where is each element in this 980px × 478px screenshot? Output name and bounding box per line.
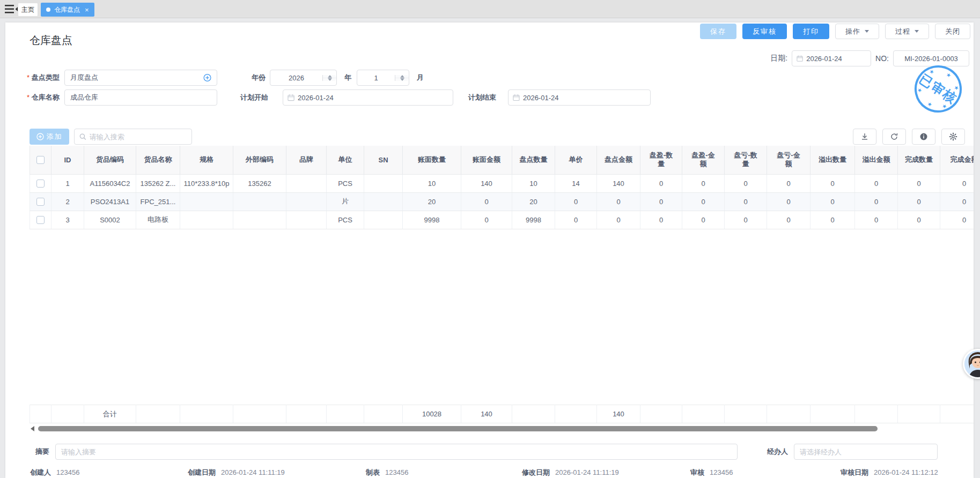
header-checkbox-cell xyxy=(30,146,51,174)
cell: 3 xyxy=(51,211,84,229)
totals-cell: 合计 xyxy=(84,405,136,423)
cell: 0 xyxy=(810,174,855,192)
scrollbar-thumb[interactable] xyxy=(38,426,878,431)
agent-input[interactable] xyxy=(800,448,932,456)
select-all-checkbox[interactable] xyxy=(36,156,45,164)
column-header-5: 品牌 xyxy=(286,146,327,174)
cell: 0 xyxy=(940,174,974,192)
totals-cell xyxy=(855,405,898,423)
operate-dropdown-button[interactable]: 操作 xyxy=(835,24,879,39)
cell: 0 xyxy=(640,192,682,211)
settings-button[interactable] xyxy=(941,129,965,145)
refresh-button[interactable] xyxy=(882,129,906,145)
date-label: 日期: xyxy=(770,54,787,63)
doc-date-field[interactable] xyxy=(792,50,871,66)
tab-warehouse-check[interactable]: 仓库盘点 × xyxy=(41,3,94,17)
unapprove-button[interactable]: 反审核 xyxy=(742,24,787,39)
cell: 2 xyxy=(51,192,84,211)
doc-no-input[interactable] xyxy=(897,55,966,63)
search-icon xyxy=(79,133,86,140)
totals-cell xyxy=(767,405,810,423)
save-button[interactable]: 保存 xyxy=(700,24,736,39)
plan-end-input[interactable] xyxy=(523,94,646,102)
table-row[interactable]: 3S0002电路板PCS9998099980000000000 xyxy=(30,211,974,229)
summary-field[interactable] xyxy=(55,444,738,460)
print-button[interactable]: 打印 xyxy=(793,24,829,39)
cell: 9998 xyxy=(403,211,461,229)
grid-table: ID货品编码货品名称规格外部编码品牌单位SN账面数量账面金额盘点数量单价盘点金额… xyxy=(30,146,974,229)
plan-start-input[interactable] xyxy=(298,94,448,102)
plan-end-field[interactable] xyxy=(508,89,651,106)
info-icon xyxy=(919,132,928,141)
cell xyxy=(180,211,233,229)
chevron-down-icon xyxy=(865,30,869,33)
cell: S0002 xyxy=(84,211,136,229)
cell: 0 xyxy=(682,174,725,192)
check-type-field[interactable] xyxy=(64,70,217,86)
table-row[interactable]: 1A1156034C2135262 Z...110*233.8*10p13526… xyxy=(30,174,974,192)
gear-icon xyxy=(949,132,957,141)
document-panel: 仓库盘点 保存 反审核 打印 操作 过程 关闭 日期: NO: xyxy=(5,23,974,478)
totals-checkbox-cell xyxy=(30,405,51,423)
cell: FPC_251... xyxy=(136,192,180,211)
scroll-left-arrow-icon[interactable] xyxy=(31,426,34,431)
calendar-icon xyxy=(513,94,520,101)
info-button[interactable] xyxy=(912,129,935,145)
plan-start-label: 计划开始 xyxy=(230,89,268,106)
summary-input[interactable] xyxy=(61,448,732,456)
table-row[interactable]: 2PSO2413A1FPC_251...片200200000000000 xyxy=(30,192,974,211)
month-input[interactable] xyxy=(357,74,395,82)
chevron-down-icon xyxy=(915,30,919,33)
tab-active-label: 仓库盘点 xyxy=(54,5,80,14)
check-type-input[interactable] xyxy=(70,74,203,82)
agent-field[interactable] xyxy=(794,444,938,460)
grid-header-row: ID货品编码货品名称规格外部编码品牌单位SN账面数量账面金额盘点数量单价盘点金额… xyxy=(30,146,974,174)
grid-search-field[interactable] xyxy=(74,129,192,145)
cell xyxy=(364,211,403,229)
plan-start-field[interactable] xyxy=(283,89,453,106)
warehouse-field[interactable] xyxy=(64,89,217,106)
cell: 0 xyxy=(940,192,974,211)
spinner-down-icon[interactable] xyxy=(323,78,336,81)
totals-cell xyxy=(640,405,682,423)
audit-item-4: 审核123456 xyxy=(690,468,733,477)
add-row-button[interactable]: 添加 xyxy=(30,129,69,145)
agent-label: 经办人 xyxy=(767,444,788,460)
tab-close-icon[interactable]: × xyxy=(85,6,89,14)
close-button[interactable]: 关闭 xyxy=(935,24,970,39)
year-unit-label: 年 xyxy=(344,70,351,86)
cell: 0 xyxy=(855,192,898,211)
circle-plus-icon[interactable] xyxy=(203,73,211,82)
totals-cell xyxy=(233,405,286,423)
cell: PCS xyxy=(327,174,364,192)
row-checkbox[interactable] xyxy=(36,216,45,224)
column-header-0: ID xyxy=(51,146,84,174)
doc-no-field[interactable] xyxy=(893,50,969,66)
column-header-3: 规格 xyxy=(180,146,233,174)
horizontal-scrollbar[interactable] xyxy=(30,425,974,432)
warehouse-input[interactable] xyxy=(70,94,211,102)
cell: 110*233.8*10p xyxy=(180,174,233,192)
cell xyxy=(364,192,403,211)
export-button[interactable] xyxy=(853,129,876,145)
row-checkbox[interactable] xyxy=(36,180,45,188)
year-input[interactable] xyxy=(270,74,322,82)
process-dropdown-button[interactable]: 过程 xyxy=(885,24,929,39)
month-spinner xyxy=(395,75,409,81)
spinner-down-icon[interactable] xyxy=(395,78,409,81)
column-header-13: 盘盈-数量 xyxy=(640,146,682,174)
doc-date-input[interactable] xyxy=(806,55,866,63)
tab-home[interactable]: 主页 xyxy=(18,3,38,17)
cell: 0 xyxy=(855,174,898,192)
cell: 20 xyxy=(403,192,461,211)
totals-table: 合计10028140140 xyxy=(30,405,974,423)
summary-row: 摘要 经办人 xyxy=(5,444,974,460)
row-checkbox-cell xyxy=(30,174,51,192)
row-checkbox[interactable] xyxy=(36,198,45,206)
cell: 0 xyxy=(461,192,512,211)
grid-search-input[interactable] xyxy=(90,133,187,141)
cell: 14 xyxy=(555,174,597,192)
column-header-1: 货品编码 xyxy=(84,146,136,174)
collapse-menu-icon[interactable] xyxy=(5,4,18,14)
cell: 0 xyxy=(725,192,767,211)
